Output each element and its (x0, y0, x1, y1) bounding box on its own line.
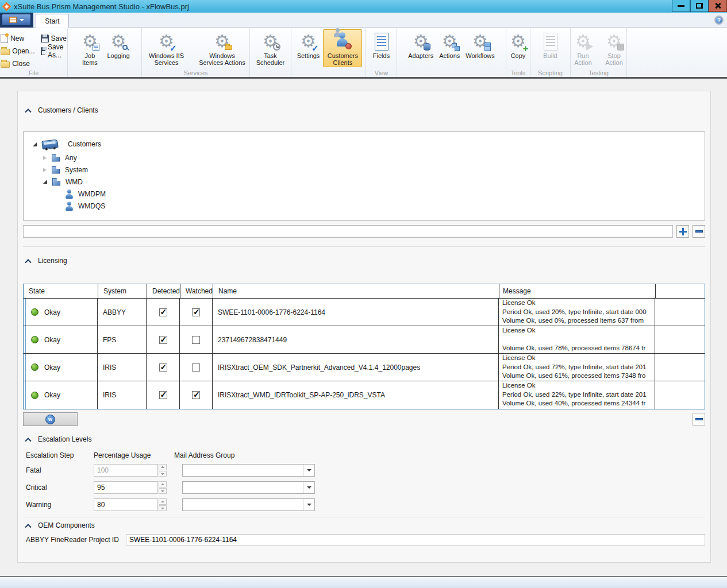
save-as-icon (41, 47, 46, 55)
restore-button[interactable] (690, 0, 709, 12)
collapse-chevron-icon[interactable] (25, 259, 31, 265)
job-items-button[interactable]: ⚙ Job Items (77, 29, 102, 67)
column-header-watched[interactable]: Watched (180, 284, 213, 298)
warning-spinner[interactable] (159, 498, 167, 511)
spinner-down-icon (159, 488, 167, 494)
remove-client-button[interactable] (693, 225, 705, 238)
license-row[interactable]: Okay IRIS IRISXtract_OEM_SDK_Partnerkit_… (24, 354, 705, 381)
logging-button[interactable]: ⚙ Logging (105, 29, 132, 60)
column-header-message[interactable]: Message (499, 284, 656, 298)
plus-icon (679, 228, 687, 235)
run-action-label: Run Action (572, 52, 595, 66)
collapse-chevron-icon[interactable] (25, 109, 31, 115)
warning-mail-group-select[interactable] (182, 498, 315, 511)
spinner-down-icon (159, 471, 167, 477)
expander-collapsed-icon[interactable] (43, 168, 47, 172)
abbyy-project-id-input[interactable] (126, 534, 705, 546)
tab-start[interactable]: Start (36, 14, 69, 28)
fatal-mail-group-select[interactable] (182, 464, 315, 477)
tree-label-customers: Customers (68, 140, 101, 148)
critical-spinner[interactable] (159, 481, 167, 494)
tree-item-any[interactable]: Any (24, 152, 705, 164)
stop-action-icon: ⚙ (604, 30, 625, 52)
save-icon (41, 34, 49, 42)
workflows-icon: ⚙ (470, 30, 491, 52)
watched-checkbox[interactable] (192, 308, 200, 316)
license-refresh-button[interactable]: w (23, 412, 78, 426)
license-row[interactable]: Okay FPS 237149672838471449 License OkVo… (24, 326, 705, 354)
job-items-icon: ⚙ (79, 30, 100, 52)
detected-checkbox[interactable] (159, 363, 167, 372)
expander-collapsed-icon[interactable] (43, 156, 47, 160)
workflows-button[interactable]: ⚙ Workflows (463, 29, 497, 60)
tree-item-wmdqs[interactable]: WMDQS (24, 200, 705, 212)
tree-item-customers[interactable]: Customers (24, 137, 705, 152)
close-icon (714, 2, 721, 9)
tree-item-system[interactable]: System (24, 164, 705, 176)
close-project-button[interactable]: Close (0, 57, 37, 70)
section-header-customers: Customers / Clients (26, 106, 705, 114)
column-header-state[interactable]: State (24, 284, 98, 298)
client-block-icon (52, 166, 60, 174)
watched-checkbox[interactable] (192, 363, 200, 372)
open-button[interactable]: Open... (0, 45, 37, 57)
fatal-spinner[interactable] (159, 464, 167, 477)
stop-action-button[interactable]: ⚙ Stop Action (601, 29, 628, 67)
watched-checkbox[interactable] (192, 336, 200, 344)
actions-label: Actions (439, 52, 460, 59)
group-label-scripting: Scripting (530, 69, 570, 76)
column-header-detected[interactable]: Detected (147, 284, 180, 298)
app-icon (2, 2, 11, 11)
build-button[interactable]: Build (538, 29, 563, 60)
license-row[interactable]: Okay IRIS IRISXtract_WMD_IDRToolkit_SP-A… (24, 381, 705, 409)
warning-percentage-input[interactable] (94, 498, 158, 511)
minimize-button[interactable] (672, 0, 690, 12)
tree-item-wmd[interactable]: WMD (24, 176, 705, 188)
tree-item-wmdpm[interactable]: WMDPM (24, 188, 705, 200)
actions-button[interactable]: ⚙ Actions (437, 29, 462, 60)
task-scheduler-button[interactable]: ⚙ Task Scheduler (251, 29, 290, 67)
add-client-button[interactable] (676, 225, 689, 238)
detected-checkbox[interactable] (159, 308, 167, 316)
collapse-chevron-icon[interactable] (25, 524, 31, 530)
column-header-name[interactable]: Name (213, 284, 499, 298)
expander-expanded-icon[interactable] (43, 180, 47, 184)
save-as-button[interactable]: Save As... (39, 45, 68, 57)
settings-button[interactable]: ⚙✓ Settings (295, 29, 322, 60)
new-client-input[interactable] (23, 225, 673, 238)
ribbon-group-services: ⚙✓ Windows IIS Services ⚙ Windows Servic… (142, 28, 250, 77)
adapters-button[interactable]: ⚙ Adapters (406, 29, 436, 60)
critical-mail-group-select[interactable] (182, 481, 315, 494)
close-button[interactable] (709, 0, 727, 12)
watched-checkbox[interactable] (192, 391, 200, 399)
app-menu-button[interactable] (2, 14, 31, 26)
copy-button[interactable]: ⚙+ Copy (506, 29, 531, 60)
tree-label-system: System (65, 166, 88, 174)
help-button[interactable]: ? (714, 16, 724, 25)
windows-services-actions-icon: ⚙ (212, 30, 233, 52)
windows-services-actions-button[interactable]: ⚙ Windows Services Actions (195, 29, 249, 67)
remove-license-button[interactable] (693, 413, 705, 425)
fatal-percentage-input[interactable] (94, 464, 158, 477)
expander-expanded-icon[interactable] (33, 142, 37, 146)
windows-iis-services-button[interactable]: ⚙✓ Windows IIS Services (143, 29, 191, 67)
new-button[interactable]: New (0, 32, 37, 45)
detected-checkbox[interactable] (159, 391, 167, 399)
customers-clients-button[interactable]: Customers Clients (323, 29, 362, 67)
status-ok-icon (31, 392, 39, 399)
close-label: Close (12, 60, 30, 68)
dropdown-button[interactable] (303, 499, 314, 510)
logging-icon: ⚙ (108, 30, 129, 52)
oem-abbyy-row: ABBYY FineReader Project ID (26, 534, 705, 546)
run-action-button[interactable]: ⚙ Run Action (570, 29, 597, 67)
client-block-icon (52, 154, 60, 162)
dropdown-button[interactable] (303, 482, 314, 493)
detected-checkbox[interactable] (159, 336, 167, 344)
critical-percentage-input[interactable] (94, 481, 158, 494)
dropdown-button[interactable] (303, 465, 314, 476)
chevron-down-icon (307, 486, 311, 489)
license-row[interactable]: Okay ABBYY SWEE-1101-0006-1776-6224-1164… (24, 299, 705, 326)
collapse-chevron-icon[interactable] (25, 438, 31, 444)
column-header-system[interactable]: System (98, 284, 147, 298)
fields-button[interactable]: Fields (369, 29, 394, 60)
